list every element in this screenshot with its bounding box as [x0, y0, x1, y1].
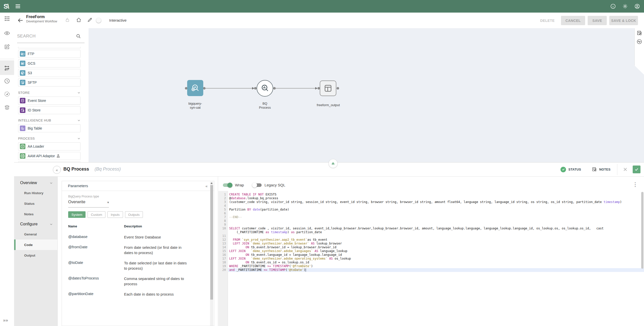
sql-code-editor[interactable]: 1CREATE TABLE IF NOT EXISTS2@database.lo… [218, 191, 644, 326]
server-plus-icon [20, 61, 25, 66]
process-type-select[interactable]: Overwrite ▾ [68, 200, 109, 204]
code-line: 7--END-- [218, 215, 644, 219]
palette-item-ftp[interactable]: FTP [18, 50, 80, 58]
workflow-pipeline-icon[interactable] [4, 65, 10, 71]
code-line: 19WHERE _PARTITIONTIME >= TIMESTAMP('@fr… [218, 264, 644, 268]
wrap-toggle[interactable] [223, 183, 232, 187]
search-underline [17, 43, 85, 43]
save-and-lock-button[interactable]: SAVE & LOCK [609, 16, 638, 25]
database-id-icon [20, 107, 25, 113]
apply-check-button[interactable] [633, 166, 640, 173]
parameter-tabs: SystemCustomInputsOutputs [68, 211, 143, 218]
palette-item-big-table[interactable]: Big Table [18, 124, 80, 132]
header-divider [617, 164, 617, 175]
code-line: 15LEFT JOIN `demo_synthesizer.adobe_lang… [218, 249, 644, 253]
preview-eye-icon[interactable] [4, 30, 10, 36]
settings-gear-icon[interactable] [622, 4, 628, 9]
param-description: From date selected (or first date in dat… [124, 245, 190, 255]
network-circle-icon [20, 153, 25, 159]
expand-rail-icon[interactable]: »» [3, 318, 8, 323]
history-clock-icon[interactable] [4, 78, 10, 84]
node-label: bigquery- syn-uat [183, 102, 208, 110]
palette-item-aa-loader[interactable]: 010101AA Loader [18, 142, 80, 150]
code-toolbar: Wrap Legacy SQL ⋮ [218, 179, 644, 191]
output-port[interactable] [273, 87, 276, 90]
dashboard-gauge-icon[interactable] [4, 91, 10, 97]
input-port[interactable] [254, 87, 257, 90]
node-bq-process[interactable] [257, 80, 273, 97]
collapse-parameters-button[interactable]: « [206, 184, 208, 188]
node-bigquery-source[interactable] [187, 80, 203, 96]
component-palette: SEARCH FTPGCSS3SFTPSTOREEvent StoreID St… [14, 28, 89, 162]
param-tab-outputs[interactable]: Outputs [125, 211, 143, 218]
palette-section-intelligence-hub[interactable]: INTELLIGENCE HUB [18, 118, 80, 122]
back-arrow-icon[interactable] [18, 17, 24, 23]
palette-section-store[interactable]: STORE [18, 91, 80, 95]
home-icon[interactable] [76, 17, 82, 23]
palette-item-id-store[interactable]: ID Store [18, 106, 80, 114]
output-port[interactable] [203, 87, 206, 90]
nav-group-configure[interactable]: Configure [14, 219, 57, 229]
hamburger-menu-icon[interactable] [15, 3, 21, 9]
code-menu-kebab-icon[interactable]: ⋮ [632, 181, 638, 188]
close-icon[interactable] [623, 167, 628, 172]
delete-button[interactable]: DELETE [538, 16, 556, 25]
node-freeform-output[interactable] [320, 80, 336, 96]
nav-item-code[interactable]: Code [14, 239, 57, 250]
palette-item-event-store[interactable]: Event Store [18, 97, 80, 105]
cancel-button[interactable]: CANCEL [561, 16, 585, 25]
scroll-up-icon[interactable] [211, 182, 213, 184]
param-name: @toDate [68, 260, 124, 271]
save-button[interactable]: SAVE [588, 16, 607, 25]
param-tab-custom[interactable]: Custom [88, 211, 105, 218]
double-chevron-up-icon [331, 161, 335, 166]
shield-plus-icon [20, 80, 25, 85]
brand-logo: S\ [4, 3, 9, 10]
param-row-database: @databaseEvent Store Database [68, 234, 207, 240]
param-name: @fromDate [68, 245, 124, 255]
collapse-sheet-left-button[interactable]: « [53, 166, 61, 174]
notes-panel-icon[interactable] [636, 30, 642, 36]
nav-item-status[interactable]: Status [14, 198, 57, 209]
caret-down-icon: ▾ [107, 200, 109, 204]
chevron-down-icon [77, 137, 80, 140]
column-description: Description [124, 224, 142, 228]
interactive-toggle-label: Interactive [109, 18, 127, 22]
chevron-down-icon [50, 181, 53, 185]
legacy-sql-toggle[interactable] [253, 183, 262, 187]
palette-item-aam-api-adaptor[interactable]: AAM API Adaptor [18, 152, 80, 160]
palette-item-gcs[interactable]: GCS [18, 59, 80, 67]
status-button[interactable]: STATUS [560, 167, 581, 172]
parameters-scrollbar-thumb[interactable] [210, 185, 213, 300]
info-icon[interactable] [610, 4, 616, 9]
layers-stack-icon[interactable] [4, 104, 10, 110]
nav-item-notes[interactable]: Notes [14, 209, 57, 219]
code-line: 10SELECT customer_code , visitor_id, ses… [218, 227, 644, 230]
edit-pencil-icon[interactable] [87, 17, 93, 23]
account-icon[interactable] [634, 4, 640, 9]
param-description: Event Store Database [124, 234, 190, 240]
search-input[interactable]: SEARCH [17, 34, 36, 38]
app-window: S\ FreeForm Development Workflow [0, 0, 644, 326]
nav-item-run-history[interactable]: Run History [14, 188, 57, 198]
workflow-canvas[interactable]: bigquery- syn-uat BQ Process freeform_ou… [89, 28, 644, 162]
param-tab-inputs[interactable]: Inputs [107, 211, 123, 218]
param-description: To date selected (or last date in dates … [124, 260, 190, 271]
palette-section-process[interactable]: PROCESS [18, 136, 80, 140]
nav-group-overview[interactable]: Overview [14, 178, 57, 188]
code-scrollbar-thumb[interactable] [641, 192, 643, 269]
param-tab-system[interactable]: System [68, 211, 86, 218]
compose-icon[interactable] [4, 44, 10, 50]
search-icon[interactable] [76, 34, 81, 39]
code-line: 16 ON tb_event.language_id = language_lo… [218, 253, 644, 257]
nav-item-output[interactable]: Output [14, 250, 57, 261]
activity-pulse-icon[interactable] [636, 39, 642, 45]
sheet-collapse-button[interactable] [329, 159, 338, 168]
chevron-down-icon [77, 119, 80, 122]
palette-item-s3[interactable]: S3 [18, 69, 80, 77]
apps-grid-icon[interactable] [4, 16, 10, 22]
output-port[interactable] [337, 87, 339, 90]
palette-item-sftp[interactable]: SFTP [18, 78, 80, 87]
nav-item-general[interactable]: General [14, 229, 57, 239]
notes-button[interactable]: NOTES [592, 167, 611, 172]
